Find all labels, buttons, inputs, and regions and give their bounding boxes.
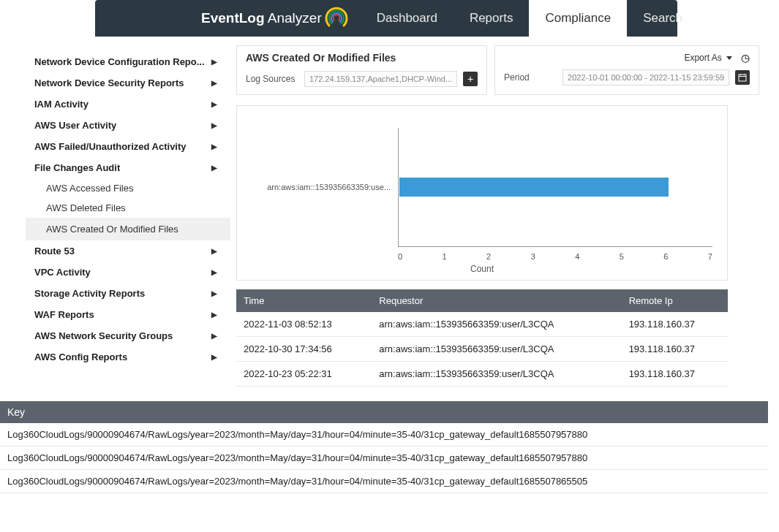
x-tick: 5 (620, 252, 624, 261)
caret-right-icon: ▶ (211, 353, 217, 361)
sidebar-item[interactable]: VPC Activity▶ (26, 262, 230, 283)
chart-x-ticks: 01234567 (398, 252, 712, 261)
sidebar-subitem[interactable]: AWS Created Or Modified Files (26, 218, 230, 240)
report-title-panel: AWS Created Or Modified Files Log Source… (236, 45, 487, 95)
caret-right-icon: ▶ (211, 311, 217, 319)
period-input[interactable]: 2022-10-01 00:00:00 - 2022-11-15 23:59:5… (562, 69, 729, 86)
nav-tab-compliance[interactable]: Compliance (529, 0, 627, 37)
x-tick: 3 (531, 252, 535, 261)
caret-right-icon: ▶ (211, 79, 217, 87)
x-tick: 6 (663, 252, 668, 261)
results-table: TimeRequestorRemote Ip 2022-11-03 08:52:… (236, 289, 728, 387)
caret-right-icon: ▶ (211, 58, 217, 66)
x-tick: 4 (575, 252, 579, 261)
caret-right-icon: ▶ (211, 100, 217, 108)
chevron-down-icon (726, 56, 732, 60)
sidebar-item-label: Network Device Configuration Repo... (34, 56, 205, 67)
key-header: Key (0, 401, 768, 423)
sidebar-item[interactable]: Storage Activity Reports▶ (26, 283, 230, 304)
sidebar-item[interactable]: AWS Network Security Groups▶ (26, 325, 230, 346)
chart-y-category: arn:aws:iam::153935663359:use... (266, 183, 391, 191)
sidebar-item[interactable]: WAF Reports▶ (26, 304, 230, 325)
table-header[interactable]: Time (236, 289, 372, 312)
sidebar-item-label: Route 53 (34, 246, 75, 256)
chart-bar[interactable] (399, 178, 669, 197)
app-logo: EventLog Analyzer (190, 5, 361, 31)
table-cell: 2022-10-30 17:34:56 (236, 337, 372, 362)
sidebar-item-label: AWS Network Security Groups (34, 330, 173, 341)
caret-right-icon: ▶ (211, 247, 217, 255)
key-row[interactable]: Log360CloudLogs/90000904674/RawLogs/year… (0, 470, 768, 493)
x-tick: 2 (486, 252, 491, 261)
report-title: AWS Created Or Modified Files (246, 52, 478, 64)
sidebar-item[interactable]: Network Device Configuration Repo...▶ (26, 51, 230, 72)
table-row[interactable]: 2022-10-23 05:22:31arn:aws:iam::15393566… (236, 362, 728, 387)
export-as-dropdown[interactable]: Export As (684, 53, 732, 63)
table-cell: 2022-11-03 08:52:13 (236, 312, 372, 337)
table-cell: arn:aws:iam::153935663359:user/L3CQA (372, 362, 621, 387)
sidebar-item[interactable]: Route 53▶ (26, 240, 230, 262)
chart-x-label: Count (470, 264, 494, 274)
nav-tab-search[interactable]: Search (627, 0, 699, 37)
sidebar-item[interactable]: File Changes Audit▶ (26, 157, 230, 178)
sidebar-item[interactable]: IAM Activity▶ (26, 94, 230, 115)
table-row[interactable]: 2022-10-30 17:34:56arn:aws:iam::15393566… (236, 337, 728, 362)
sidebar-item-label: Storage Activity Reports (34, 288, 145, 299)
table-cell: 193.118.160.37 (622, 362, 728, 387)
content-area: AWS Created Or Modified Files Log Source… (230, 45, 739, 387)
key-row[interactable]: Log360CloudLogs/90000904674/RawLogs/year… (0, 423, 768, 446)
caret-right-icon: ▶ (211, 164, 217, 172)
sidebar-item-label: AWS Failed/Unauthorized Activity (34, 141, 187, 152)
top-nav-bar: EventLog Analyzer DashboardReportsCompli… (95, 0, 677, 37)
caret-right-icon: ▶ (211, 332, 217, 340)
table-cell: 2022-10-23 05:22:31 (236, 362, 372, 387)
sidebar-item[interactable]: AWS Config Reports▶ (26, 346, 230, 368)
svg-rect-0 (739, 75, 746, 81)
table-cell: arn:aws:iam::153935663359:user/L3CQA (372, 337, 621, 362)
sidebar-item[interactable]: AWS Failed/Unauthorized Activity▶ (26, 136, 230, 157)
x-tick: 7 (708, 252, 712, 261)
sidebar: Network Device Configuration Repo...▶Net… (26, 45, 230, 387)
chart-plot-area (398, 128, 712, 246)
sidebar-item-label: AWS User Activity (34, 120, 116, 131)
table-row[interactable]: 2022-11-03 08:52:13arn:aws:iam::15393566… (236, 312, 728, 337)
key-section: Key Log360CloudLogs/90000904674/RawLogs/… (0, 401, 768, 493)
table-cell: arn:aws:iam::153935663359:user/L3CQA (372, 312, 621, 337)
period-panel: Export As ◷ Period 2022-10-01 00:00:00 -… (494, 45, 759, 95)
sidebar-subitem[interactable]: AWS Deleted Files (26, 198, 230, 218)
sidebar-item-label: File Changes Audit (34, 162, 120, 173)
x-tick: 1 (443, 252, 447, 261)
sidebar-item-label: AWS Config Reports (34, 352, 127, 362)
add-log-source-button[interactable]: + (463, 72, 478, 86)
logo-text-light: Analyzer (265, 10, 322, 26)
nav-tab-reports[interactable]: Reports (454, 0, 530, 37)
chart-x-axis (398, 246, 712, 247)
sidebar-item[interactable]: AWS User Activity▶ (26, 115, 230, 136)
period-label: Period (504, 72, 557, 83)
logo-text-bold: EventLog (201, 10, 265, 26)
table-cell: 193.118.160.37 (622, 337, 728, 362)
key-row[interactable]: Log360CloudLogs/90000904674/RawLogs/year… (0, 446, 768, 470)
sidebar-item-label: VPC Activity (34, 267, 91, 278)
sidebar-item-label: Network Device Security Reports (34, 77, 184, 88)
table-header[interactable]: Requestor (372, 289, 621, 312)
log-sources-label: Log Sources (246, 74, 298, 84)
sidebar-item[interactable]: Network Device Security Reports▶ (26, 72, 230, 94)
caret-right-icon: ▶ (211, 121, 217, 129)
schedule-icon[interactable]: ◷ (741, 52, 750, 64)
sidebar-item-label: WAF Reports (34, 309, 94, 320)
caret-right-icon: ▶ (211, 289, 217, 297)
x-tick: 0 (398, 252, 402, 261)
logo-swirl-icon (323, 5, 350, 31)
table-header[interactable]: Remote Ip (622, 289, 728, 312)
calendar-icon[interactable] (735, 70, 750, 85)
log-sources-input[interactable]: 172.24.159.137,Apache1,DHCP-Wind... (304, 71, 457, 87)
nav-tabs: DashboardReportsComplianceSearch (361, 0, 699, 37)
table-cell: 193.118.160.37 (622, 312, 728, 337)
chart-container: arn:aws:iam::153935663359:use... 0123456… (236, 105, 728, 281)
caret-right-icon: ▶ (211, 268, 217, 276)
sidebar-subitem[interactable]: AWS Accessed Files (26, 178, 230, 198)
caret-right-icon: ▶ (211, 142, 217, 151)
sidebar-item-label: IAM Activity (34, 99, 89, 110)
nav-tab-dashboard[interactable]: Dashboard (361, 0, 454, 37)
